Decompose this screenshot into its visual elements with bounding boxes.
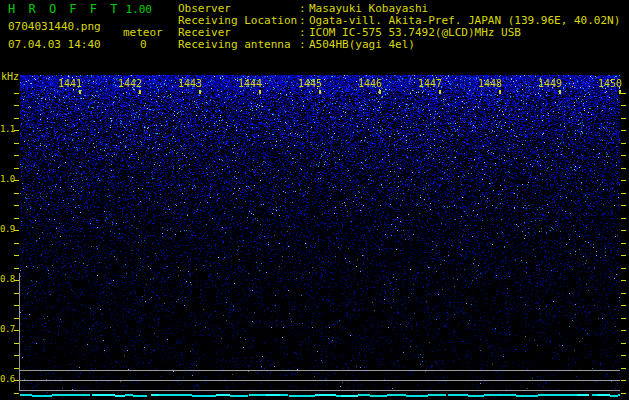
y-tick-left — [14, 218, 19, 219]
y-tick-right — [621, 305, 626, 306]
signal-trace-segment — [577, 394, 590, 396]
x-tick-label: 1443 — [176, 79, 204, 89]
signal-trace-segment — [300, 395, 315, 397]
signal-trace-segment — [230, 395, 242, 397]
signal-trace-segment — [484, 394, 497, 396]
signal-trace-segment — [133, 395, 147, 397]
x-tick-label: 1446 — [356, 79, 384, 89]
x-tick-minute — [79, 90, 81, 94]
y-tick-left — [14, 168, 19, 169]
station-value: Masayuki Kobayashi — [309, 3, 428, 14]
y-tick-right — [621, 180, 626, 181]
x-tick-label: 1449 — [536, 79, 564, 89]
app-title: H R O F F T — [8, 3, 120, 15]
y-tick-right — [621, 230, 626, 231]
y-tick-left — [14, 155, 19, 156]
signal-trace-segment — [159, 394, 171, 396]
separator: : — [299, 27, 309, 38]
signal-trace-segment — [428, 394, 446, 396]
signal-trace-segment — [315, 394, 335, 396]
y-tick-right — [621, 105, 626, 106]
signal-trace-segment — [558, 394, 576, 396]
datetime-stamp: 07.04.03 14:40 — [8, 39, 101, 50]
station-row-observer: Observer : Masayuki Kobayashi — [178, 3, 428, 14]
x-tick-minute — [379, 90, 381, 94]
signal-trace-segment — [387, 394, 400, 396]
meteor-counter-label: meteor — [123, 27, 163, 38]
app-header: H R O F F T 1.00 — [8, 3, 152, 16]
y-tick-left — [14, 180, 19, 181]
station-label: Receiving antenna — [178, 39, 299, 50]
y-tick-left — [14, 205, 19, 206]
y-tick-label: 1.1 — [0, 125, 14, 134]
y-tick-left — [14, 268, 19, 269]
x-tick-label: 1447 — [416, 79, 444, 89]
y-tick-left — [14, 130, 19, 131]
x-tick-minute — [439, 90, 441, 94]
y-tick-right — [621, 293, 626, 294]
y-tick-right — [621, 130, 626, 131]
y-tick-right — [621, 93, 626, 94]
output-filename: 0704031440.png — [8, 21, 101, 32]
x-tick-label: 1444 — [236, 79, 264, 89]
signal-trace-segment — [524, 395, 538, 397]
signal-trace-segment — [71, 394, 90, 396]
signal-trace-segment — [20, 394, 32, 396]
station-row-receiver: Receiver : ICOM IC-575 53.7492(@LCD)MHz … — [178, 27, 521, 38]
y-tick-right — [621, 118, 626, 119]
signal-trace-segment — [468, 395, 480, 397]
separator: : — [299, 39, 309, 50]
x-tick-minute — [619, 90, 621, 94]
signal-trace-segment — [358, 394, 370, 396]
y-tick-left — [14, 143, 19, 144]
y-tick-right — [621, 280, 626, 281]
station-value: A504HB(yagi 4el) — [309, 39, 415, 50]
signal-trace-segment — [177, 394, 191, 396]
station-label: Receiver — [178, 27, 299, 38]
y-tick-right — [621, 218, 626, 219]
signal-trace-segment — [457, 394, 468, 396]
y-tick-right — [621, 143, 626, 144]
x-tick-minute — [139, 90, 141, 94]
y-tick-left — [14, 393, 19, 394]
y-tick-right — [621, 193, 626, 194]
signal-trace-segment — [249, 394, 267, 396]
signal-trace-segment — [448, 394, 456, 396]
signal-trace-segment — [618, 394, 620, 396]
signal-reference-line — [20, 370, 620, 371]
signal-trace-segment — [52, 394, 71, 396]
hrofft-window: H R O F F T 1.00 0704031440.png meteor 0… — [0, 0, 629, 400]
y-tick-label: 0.8 — [0, 275, 14, 284]
station-label: Receiving Location — [178, 15, 299, 26]
x-tick-minute — [499, 90, 501, 94]
y-axis-unit-label: kHz — [1, 72, 19, 82]
x-tick-minute — [259, 90, 261, 94]
x-tick-label: 1445 — [296, 79, 324, 89]
station-value: Ogata-vill. Akita-Pref. JAPAN (139.96E, … — [309, 15, 620, 26]
signal-trace-segment — [597, 394, 610, 396]
y-tick-left — [14, 255, 19, 256]
x-tick-minute — [319, 90, 321, 94]
signal-trace-segment — [32, 395, 47, 397]
x-tick-minute — [559, 90, 561, 94]
signal-trace-segment — [92, 394, 110, 396]
signal-reference-line — [20, 380, 620, 381]
y-tick-right — [621, 155, 626, 156]
x-tick-label: 1448 — [476, 79, 504, 89]
y-tick-right — [621, 355, 626, 356]
signal-trace-segment — [516, 395, 524, 397]
y-tick-left — [14, 93, 19, 94]
x-tick-minute — [199, 90, 201, 94]
station-row-antenna: Receiving antenna : A504HB(yagi 4el) — [178, 39, 415, 50]
y-tick-right — [621, 243, 626, 244]
y-tick-left — [14, 193, 19, 194]
signal-trace-segment — [192, 395, 204, 397]
y-tick-left — [14, 105, 19, 106]
y-tick-right — [621, 380, 626, 381]
y-tick-right — [621, 343, 626, 344]
app-version: 1.00 — [125, 4, 152, 16]
signal-trace-segment — [547, 394, 559, 396]
signal-trace-segment — [538, 394, 547, 396]
signal-trace-segment — [216, 394, 229, 396]
y-tick-right — [621, 255, 626, 256]
